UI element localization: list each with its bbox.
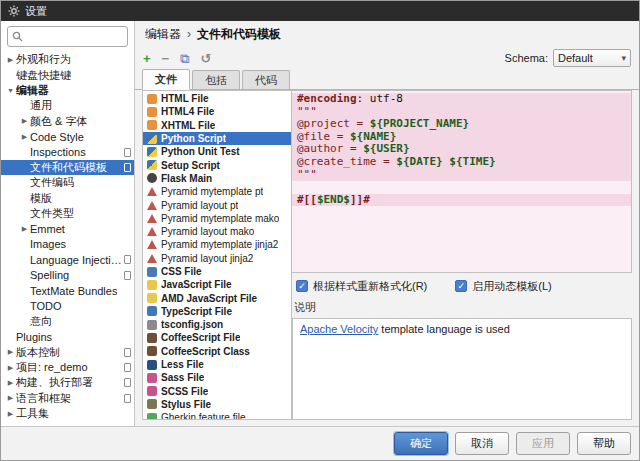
template-list-item[interactable]: Python Unit Test	[143, 145, 291, 158]
template-list-item[interactable]: Sass File	[143, 371, 291, 384]
tab-includes[interactable]: 包括	[192, 70, 240, 89]
template-list-item[interactable]: XHTML File	[143, 119, 291, 132]
sidebar-item[interactable]: ▶Emmet	[1, 221, 134, 236]
sidebar-item[interactable]: Plugins	[1, 329, 134, 344]
ts-file-icon	[147, 306, 157, 316]
template-option-2[interactable]: ✓启用动态模板(L)	[455, 279, 551, 294]
code-token: @project =	[297, 117, 370, 130]
sidebar-item[interactable]: 通用	[1, 98, 134, 113]
template-list-item[interactable]: Pyramid mytemplate pt	[143, 185, 291, 198]
shared-config-icon	[124, 148, 131, 157]
template-list-item[interactable]: Stylus File	[143, 398, 291, 411]
remove-template-icon[interactable]: −	[162, 52, 170, 65]
js-file-icon	[147, 280, 157, 290]
template-list-item[interactable]: TypeScript File	[143, 305, 291, 318]
sidebar-item[interactable]: ▶工具集	[1, 406, 134, 421]
template-list-item[interactable]: Pyramid mytemplate mako	[143, 212, 291, 225]
template-name: HTML File	[161, 93, 209, 104]
search-box[interactable]	[7, 26, 128, 47]
sidebar-item[interactable]: 模版	[1, 191, 134, 206]
sidebar-item-label: 模版	[30, 191, 52, 206]
css-file-icon	[147, 267, 157, 277]
sidebar-item[interactable]: ▶构建、执行部署	[1, 375, 134, 390]
chevron-right-icon[interactable]: ▶	[19, 117, 30, 125]
chevron-right-icon[interactable]: ▶	[5, 364, 16, 372]
template-list-item[interactable]: HTML File	[143, 92, 291, 105]
template-list-item[interactable]: HTML4 File	[143, 105, 291, 118]
pyramid-file-icon	[147, 201, 157, 210]
template-list-item[interactable]: JavaScript File	[143, 278, 291, 291]
sidebar-item[interactable]: Spelling	[1, 267, 134, 282]
template-list-item[interactable]: Setup Script	[143, 158, 291, 171]
sidebar-item[interactable]: Images	[1, 237, 134, 252]
sidebar-item[interactable]: ▶语言和框架	[1, 391, 134, 406]
template-name: Stylus File	[161, 399, 211, 410]
sidebar-item[interactable]: ▶外观和行为	[1, 52, 134, 67]
sidebar-item[interactable]: TextMate Bundles	[1, 283, 134, 298]
template-list-item[interactable]: Less File	[143, 358, 291, 371]
sidebar-item[interactable]: ▶版本控制	[1, 344, 134, 359]
ok-button[interactable]: 确定	[394, 432, 448, 455]
sidebar-item[interactable]: 文件和代码模板	[1, 160, 134, 175]
sidebar-item-label: 项目: re_demo	[16, 360, 88, 375]
schema-dropdown[interactable]: Default ▾	[553, 49, 631, 67]
sidebar-item[interactable]: 文件编码	[1, 175, 134, 190]
template-list-item[interactable]: AMD JavaScript File	[143, 291, 291, 304]
sidebar-item[interactable]: Inspections	[1, 144, 134, 159]
copy-template-icon[interactable]: ⧉	[180, 52, 189, 65]
settings-dialog: 设置 ▶外观和行为键盘快捷键▼编辑器通用▶颜色 & 字体▶Code StyleI…	[0, 0, 640, 461]
template-name: Python Unit Test	[161, 146, 240, 157]
template-list-item[interactable]: Flask Main	[143, 172, 291, 185]
pyramid-file-icon	[147, 187, 157, 196]
template-list-item[interactable]: Gherkin feature file	[143, 411, 291, 420]
sidebar-item-label: 版本控制	[16, 345, 60, 360]
template-list-item[interactable]: CSS File	[143, 265, 291, 278]
template-list-item[interactable]: tsconfig.json	[143, 318, 291, 331]
template-name: Python Script	[161, 133, 226, 144]
description-text: template language is used	[378, 323, 509, 335]
sidebar-item[interactable]: 键盘快捷键	[1, 67, 134, 82]
template-list-item[interactable]: Pyramid layout jinja2	[143, 252, 291, 265]
sidebar-item[interactable]: ▶项目: re_demo	[1, 360, 134, 375]
chevron-down-icon[interactable]: ▼	[5, 87, 16, 94]
sidebar-item-label: 工具集	[16, 406, 49, 421]
chevron-right-icon[interactable]: ▶	[5, 394, 16, 402]
template-list-item[interactable]: CoffeeScript Class	[143, 345, 291, 358]
apply-button[interactable]: 应用	[516, 432, 570, 455]
chevron-right-icon[interactable]: ▶	[19, 133, 30, 141]
sidebar-item[interactable]: ▼编辑器	[1, 83, 134, 98]
chevron-right-icon[interactable]: ▶	[5, 56, 16, 64]
template-list-item[interactable]: SCSS File	[143, 385, 291, 398]
tab-code[interactable]: 代码	[242, 70, 290, 89]
tab-files[interactable]: 文件	[142, 69, 190, 90]
reset-template-icon[interactable]: ↺	[200, 52, 211, 65]
chevron-right-icon[interactable]: ▶	[5, 379, 16, 387]
sidebar-item[interactable]: 文件类型	[1, 206, 134, 221]
sidebar-item[interactable]: TODO	[1, 298, 134, 313]
chevron-right-icon[interactable]: ▶	[5, 348, 16, 356]
template-list-item[interactable]: Pyramid layout pt	[143, 198, 291, 211]
pyramid-file-icon	[147, 254, 157, 263]
template-list-item[interactable]: CoffeeScript File	[143, 331, 291, 344]
sidebar-item-label: Images	[30, 238, 66, 250]
checkbox-icon[interactable]: ✓	[455, 280, 467, 292]
checkbox-icon[interactable]: ✓	[296, 280, 308, 292]
breadcrumb-editor[interactable]: 编辑器	[145, 26, 181, 43]
search-input[interactable]	[26, 31, 123, 43]
sidebar-item[interactable]: Language Injections	[1, 252, 134, 267]
template-list-item[interactable]: Pyramid mytemplate jinja2	[143, 238, 291, 251]
template-name: CoffeeScript File	[161, 332, 240, 343]
template-editor[interactable]: #encoding: utf-8"""@project = ${PROJECT_…	[292, 90, 632, 273]
sidebar-item[interactable]: ▶颜色 & 字体	[1, 114, 134, 129]
cancel-button[interactable]: 取消	[455, 432, 509, 455]
sidebar-item[interactable]: ▶Code Style	[1, 129, 134, 144]
sidebar-item[interactable]: 意向	[1, 314, 134, 329]
template-list-item[interactable]: Pyramid layout mako	[143, 225, 291, 238]
chevron-right-icon[interactable]: ▶	[5, 410, 16, 418]
template-list-item[interactable]: Python Script	[143, 132, 291, 145]
apache-velocity-link[interactable]: Apache Velocity	[300, 323, 378, 335]
template-option-1[interactable]: ✓根据样式重新格式化(R)	[296, 279, 427, 294]
help-button[interactable]: 帮助	[577, 432, 631, 455]
add-template-icon[interactable]: +	[143, 52, 151, 65]
chevron-right-icon[interactable]: ▶	[19, 225, 30, 233]
